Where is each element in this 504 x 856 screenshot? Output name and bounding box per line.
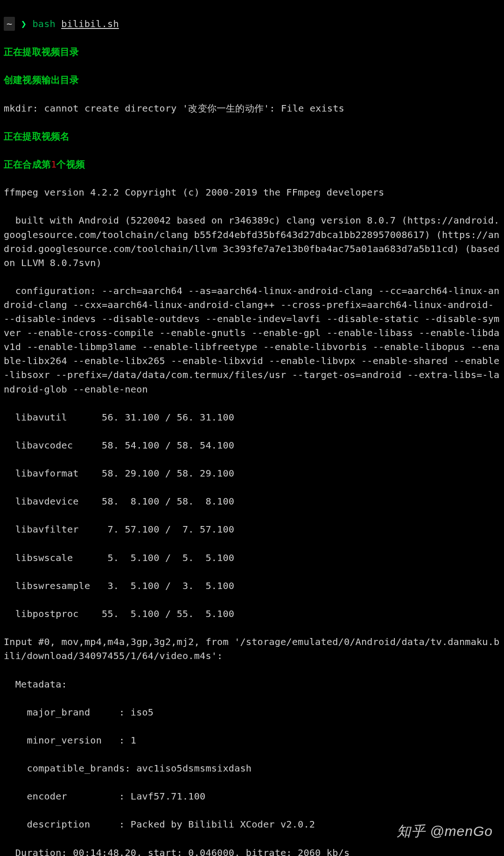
ffmpeg-build: built with Android (5220042 based on r34… bbox=[4, 213, 500, 269]
input-header: Input #0, mov,mp4,m4a,3gp,3g2,mj2, from … bbox=[4, 635, 500, 663]
lib-version: libavfilter 7. 57.100 / 7. 57.100 bbox=[4, 522, 500, 536]
metadata-kv: compatible_brands: avc1iso5dsmsmsixdash bbox=[4, 761, 500, 775]
ffmpeg-banner: ffmpeg version 4.2.2 Copyright (c) 2000-… bbox=[4, 185, 500, 199]
status-line: 正在提取视频目录 bbox=[4, 45, 500, 59]
ffmpeg-config: configuration: --arch=aarch64 --as=aarch… bbox=[4, 284, 500, 396]
lib-version: libavformat 58. 29.100 / 58. 29.100 bbox=[4, 466, 500, 480]
lib-version: libavutil 56. 31.100 / 56. 31.100 bbox=[4, 410, 500, 424]
status-line: 正在提取视频名 bbox=[4, 129, 500, 143]
lib-version: libswresample 3. 5.100 / 3. 5.100 bbox=[4, 579, 500, 593]
command-arg: bilibil.sh bbox=[61, 18, 119, 29]
metadata-label: Metadata: bbox=[4, 677, 500, 691]
lib-version: libavdevice 58. 8.100 / 58. 8.100 bbox=[4, 494, 500, 508]
duration-line: Duration: 00:14:48.20, start: 0.046000, … bbox=[4, 846, 500, 856]
metadata-kv: minor_version : 1 bbox=[4, 733, 500, 747]
terminal-output[interactable]: ~ ❯ bash bilibil.sh 正在提取视频目录 创建视频输出目录 mk… bbox=[0, 0, 504, 856]
prompt-arrow-icon: ❯ bbox=[21, 18, 27, 29]
command-name: bash bbox=[32, 18, 55, 29]
metadata-kv: encoder : Lavf57.71.100 bbox=[4, 789, 500, 803]
metadata-kv: major_brand : iso5 bbox=[4, 705, 500, 719]
prompt-cwd: ~ bbox=[7, 18, 12, 29]
prompt-line[interactable]: ~ ❯ bash bilibil.sh bbox=[4, 17, 500, 31]
metadata-kv: description : Packed by Bilibili XCoder … bbox=[4, 817, 500, 831]
status-line: 创建视频输出目录 bbox=[4, 73, 500, 87]
lib-version: libpostproc 55. 5.100 / 55. 5.100 bbox=[4, 607, 500, 621]
lib-version: libavcodec 58. 54.100 / 58. 54.100 bbox=[4, 438, 500, 452]
mkdir-error: mkdir: cannot create directory '改变你一生的动作… bbox=[4, 101, 500, 115]
status-line: 正在合成第1个视频 bbox=[4, 157, 500, 171]
lib-version: libswscale 5. 5.100 / 5. 5.100 bbox=[4, 551, 500, 565]
